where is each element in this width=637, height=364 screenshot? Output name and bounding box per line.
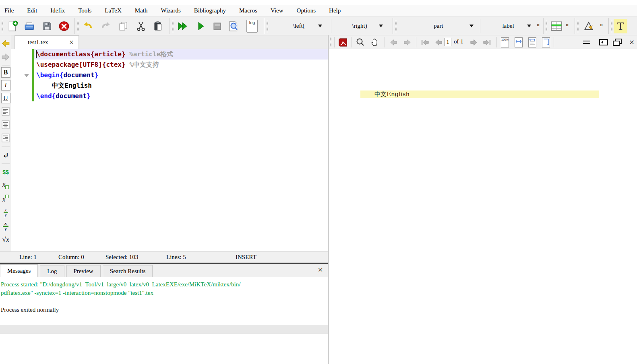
sqrt-button[interactable]: √x xyxy=(0,234,11,245)
navigate-back-button[interactable] xyxy=(0,38,11,49)
panel-close-icon[interactable]: × xyxy=(318,265,323,275)
previous-page-button[interactable] xyxy=(432,37,445,48)
open-button[interactable] xyxy=(22,19,37,33)
menu-math[interactable]: Math xyxy=(134,6,149,15)
fraction-button[interactable]: xy xyxy=(0,207,11,218)
fold-marker-icon[interactable] xyxy=(24,74,29,80)
viewer-detach-button[interactable] xyxy=(612,37,623,47)
tab-close-icon[interactable]: × xyxy=(69,37,74,47)
viewer-dock-button[interactable] xyxy=(598,37,609,47)
toolbar-handle[interactable] xyxy=(77,20,79,33)
pdf-page[interactable]: 中文English xyxy=(329,49,637,364)
paste-button[interactable] xyxy=(151,19,165,33)
code-area[interactable]: \documentclass{article} %article格式\usepa… xyxy=(34,49,328,101)
menu-idefix[interactable]: Idefix xyxy=(49,6,66,15)
menu-view[interactable]: View xyxy=(269,6,285,15)
menu-tools[interactable]: Tools xyxy=(77,6,93,15)
overflow-chevron[interactable]: » xyxy=(537,21,540,28)
menu-help[interactable]: Help xyxy=(328,6,342,15)
cut-button[interactable] xyxy=(134,19,148,33)
overflow-chevron[interactable]: » xyxy=(566,21,569,28)
panel-tab-preview[interactable]: Preview xyxy=(66,265,101,277)
first-page-button[interactable] xyxy=(419,37,431,48)
align-left-button[interactable] xyxy=(0,106,11,117)
viewer-close-icon[interactable]: × xyxy=(626,37,637,47)
fit-text-width-button[interactable] xyxy=(526,37,538,48)
log-button[interactable]: log xyxy=(245,19,259,33)
build-and-view-button[interactable] xyxy=(176,19,190,33)
toolbar-handle[interactable] xyxy=(395,20,397,33)
align-center-button[interactable] xyxy=(0,119,11,130)
navigate-forward-button[interactable] xyxy=(0,51,11,63)
stop-button[interactable] xyxy=(210,19,224,33)
code-line[interactable]: \end{document} xyxy=(34,91,328,101)
menu-bibliography[interactable]: Bibliography xyxy=(193,6,227,15)
table-wizard-button[interactable] xyxy=(548,19,565,33)
toolbar-handle[interactable] xyxy=(546,20,547,33)
menu-file[interactable]: File xyxy=(3,6,15,15)
bold-button[interactable]: B xyxy=(0,67,11,78)
menu-edit[interactable]: Edit xyxy=(26,6,38,15)
left-delimiter-combo[interactable]: \left( xyxy=(271,19,327,33)
fit-width-button[interactable] xyxy=(513,37,525,48)
history-back-button[interactable] xyxy=(387,37,399,48)
menu-latex[interactable]: LaTeX xyxy=(103,6,122,15)
toolbar-handle[interactable] xyxy=(172,20,174,33)
undo-button[interactable] xyxy=(81,19,95,33)
next-page-button[interactable] xyxy=(467,37,480,48)
pdf-document-button[interactable] xyxy=(337,37,349,48)
code-line[interactable]: 中文English xyxy=(34,80,328,91)
page-number-input[interactable]: 1 xyxy=(444,38,451,46)
new-document-button[interactable] xyxy=(6,19,20,33)
newline-button[interactable]: ↵ xyxy=(0,150,11,161)
toolbar-handle[interactable] xyxy=(2,20,3,33)
pan-tool-button[interactable] xyxy=(369,37,381,48)
menu-macros[interactable]: Macros xyxy=(238,6,259,15)
copy-button[interactable] xyxy=(116,19,130,33)
italic-button[interactable]: I xyxy=(0,80,11,91)
toolbar-handle[interactable] xyxy=(611,20,612,33)
view-log-button[interactable] xyxy=(226,19,241,33)
view-button[interactable] xyxy=(194,19,208,33)
tab-test1-tex[interactable]: test1.tex × xyxy=(14,35,79,49)
history-forward-button[interactable] xyxy=(401,37,413,48)
menu-wizards[interactable]: Wizards xyxy=(159,6,182,15)
toolbar-handle[interactable] xyxy=(330,37,331,47)
inline-math-button[interactable]: $$ xyxy=(0,167,11,178)
panel-tab-messages[interactable]: Messages xyxy=(0,264,38,277)
right-delimiter-combo[interactable]: \right) xyxy=(331,19,388,33)
code-token: } xyxy=(87,92,91,100)
code-line[interactable]: \documentclass{article} %article格式 xyxy=(34,49,328,60)
fit-window-button[interactable] xyxy=(540,37,552,48)
graphics-wizard-button[interactable] xyxy=(581,19,597,33)
last-page-button[interactable] xyxy=(481,37,493,48)
reference-combo[interactable]: label xyxy=(480,19,536,33)
overflow-chevron[interactable]: » xyxy=(600,21,603,28)
code-line[interactable]: \usepackage[UTF8]{ctex} %中文支持 xyxy=(34,60,328,70)
panel-tab-log[interactable]: Log xyxy=(40,265,64,277)
reference-value: label xyxy=(502,23,514,29)
viewer-minimize-button[interactable] xyxy=(581,37,592,47)
code-token: \documentclass{article} xyxy=(36,50,126,58)
menu-options[interactable]: Options xyxy=(296,6,317,15)
toolbar-handle[interactable] xyxy=(267,20,268,33)
text-style-button[interactable]: T xyxy=(614,19,627,33)
close-document-button[interactable] xyxy=(57,19,71,33)
titlebar-strip xyxy=(0,0,637,5)
status-mode: INSERT xyxy=(236,254,256,261)
subscript-button[interactable]: x xyxy=(0,179,11,191)
redo-button[interactable] xyxy=(99,19,113,33)
zoom-tool-button[interactable] xyxy=(354,37,366,48)
panel-tab-search-results[interactable]: Search Results xyxy=(103,265,153,277)
sectioning-combo[interactable]: part xyxy=(399,19,478,33)
code-line[interactable]: \begin{document} xyxy=(34,70,328,80)
code-editor[interactable]: \documentclass{article} %article格式\usepa… xyxy=(11,49,328,251)
dock-left-icon xyxy=(599,39,608,46)
save-button[interactable] xyxy=(40,19,54,33)
align-right-button[interactable] xyxy=(0,132,11,144)
dfrac-button[interactable]: xy xyxy=(0,220,11,232)
toolbar-handle[interactable] xyxy=(577,20,579,33)
superscript-button[interactable]: x xyxy=(0,193,11,204)
original-size-button[interactable]: 100% xyxy=(499,37,511,48)
underline-button[interactable]: U xyxy=(0,93,11,104)
